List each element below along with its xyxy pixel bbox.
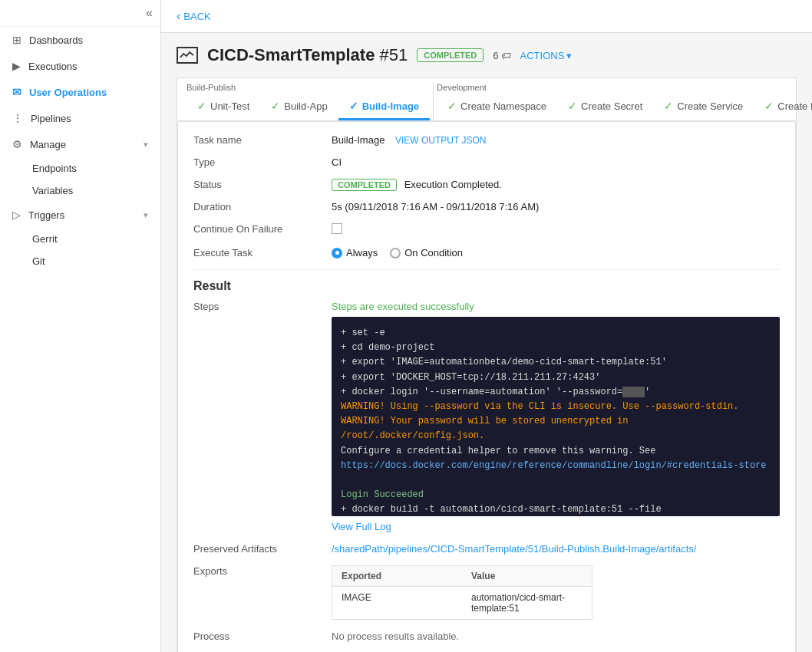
radio-on-condition[interactable]: On Condition [390,247,463,258]
create-secret-check-icon: ✓ [568,100,577,112]
group2-tabs: ✓ Create Namespace ✓ Create Secret ✓ Cre… [437,94,812,120]
sidebar-item-executions-label: Executions [28,61,78,72]
sidebar-group-triggers: ▷ Triggers ▾ Gerrit Git [0,202,160,272]
radio-always[interactable]: Always [332,247,378,258]
collapse-icon[interactable]: « [146,6,153,20]
manage-label: Manage [30,139,66,150]
tab-create-secret[interactable]: ✓ Create Secret [557,94,653,120]
actions-button[interactable]: ACTIONS ▾ [520,50,573,61]
terminal-line-4: + docker login '--username=automation' '… [341,385,771,400]
triggers-label: Triggers [28,209,64,221]
pipeline-section: Build-Publish ✓ Unit-Test ✓ Build-App ✓ [177,77,797,652]
title-number: #51 [375,45,408,64]
sidebar-group-manage: ⚙ Manage ▾ Endpoints Variables [0,131,160,202]
completed-badge: COMPLETED [332,179,397,191]
radio-always-label: Always [346,247,378,258]
execute-task-value: Always On Condition [332,247,780,258]
sidebar-collapse[interactable]: « [0,0,160,27]
sidebar-sub-variables[interactable]: Variables [0,179,160,202]
tab-create-namespace-label: Create Namespace [460,100,546,112]
type-row: Type CI [193,156,780,168]
process-label: Process [193,631,332,642]
back-button[interactable]: BACK [177,9,797,23]
chart-icon [180,50,195,61]
terminal-line-7: Configure a credential helper to remove … [341,444,771,459]
tab-build-image[interactable]: ✓ Build-Image [338,94,430,120]
create-namespace-check-icon: ✓ [447,100,457,112]
sidebar-item-pipelines[interactable]: ⋮ Pipelines [0,105,160,131]
terminal-line-9 [341,473,771,488]
tab-build-app[interactable]: ✓ Build-App [260,94,338,120]
sidebar-item-dashboards-label: Dashboards [29,35,83,46]
status-row: Status COMPLETED Execution Completed. [193,179,780,190]
process-value: No process results available. [332,631,459,642]
sidebar: « ⊞ Dashboards ▶ Executions ✉ User Opera… [0,0,161,652]
exports-label: Exports [193,565,332,577]
sidebar-item-user-operations-label: User Operations [29,87,107,98]
terminal-line-8: https://docs.docker.com/engine/reference… [341,459,771,473]
view-json-link[interactable]: VIEW OUTPUT JSON [395,135,486,146]
tab-create-service[interactable]: ✓ Create Service [653,94,754,120]
gerrit-label: Gerrit [32,233,58,245]
dashboards-icon: ⊞ [12,34,21,46]
create-deployment-check-icon: ✓ [764,100,774,112]
steps-value: Steps are executed successfully + set -e… [332,301,780,532]
title-row: CICD-SmartTemplate #51 COMPLETED 6 🏷 ACT… [177,45,797,65]
terminal-line-3: + export 'DOCKER_HOST=tcp://18.211.211.2… [341,370,771,385]
pipeline-group1: Build-Publish ✓ Unit-Test ✓ Build-App ✓ [186,78,430,120]
sidebar-sub-endpoints[interactable]: Endpoints [0,157,160,179]
sidebar-sub-gerrit[interactable]: Gerrit [0,228,160,250]
tag-icon: 🏷 [501,50,511,61]
manage-icon: ⚙ [12,138,22,150]
unit-test-check-icon: ✓ [197,100,206,112]
steps-success-text: Steps are executed successfully [332,301,780,312]
result-title: Result [193,279,780,293]
continue-on-failure-row: Continue On Failure [193,223,780,236]
exports-col2: Value [462,566,592,586]
divider [193,269,780,270]
back-nav: BACK [161,0,812,33]
triggers-icon: ▷ [12,209,21,221]
sidebar-item-executions[interactable]: ▶ Executions [0,53,160,79]
manage-header[interactable]: ⚙ Manage ▾ [0,131,160,157]
tab-unit-test[interactable]: ✓ Unit-Test [186,94,260,120]
git-label: Git [32,255,45,267]
tab-create-deployment-label: Create Deployment [777,100,812,112]
tab-unit-test-label: Unit-Test [210,100,249,112]
continue-on-failure-checkbox[interactable] [332,223,342,234]
task-name-text: Build-Image [332,134,385,146]
content-area: CICD-SmartTemplate #51 COMPLETED 6 🏷 ACT… [161,33,812,652]
group1-label: Build-Publish [186,78,430,94]
pipeline-group2: Development ✓ Create Namespace ✓ Create … [437,78,812,120]
exports-table-header: Exported Value [332,566,592,587]
tab-create-deployment[interactable]: ✓ Create Deployment [754,94,812,120]
terminal-line-5: WARNING! Using --password via the CLI is… [341,400,771,414]
task-name-row: Task name Build-Image VIEW OUTPUT JSON [193,134,780,146]
sidebar-sub-git[interactable]: Git [0,250,160,272]
task-name-label: Task name [193,134,332,146]
variables-label: Variables [32,185,73,196]
artifacts-label: Preserved Artifacts [193,543,332,555]
radio-on-condition-empty [390,248,401,258]
actions-chevron: ▾ [566,50,572,61]
duration-value: 5s (09/11/2018 7:16 AM - 09/11/2018 7:16… [332,201,780,212]
sidebar-item-pipelines-label: Pipelines [31,113,71,124]
tab-build-app-label: Build-App [284,100,327,112]
steps-row: Steps Steps are executed successfully + … [193,301,780,532]
tab-create-namespace[interactable]: ✓ Create Namespace [437,94,557,120]
triggers-header[interactable]: ▷ Triggers ▾ [0,202,160,228]
task-name-value: Build-Image VIEW OUTPUT JSON [332,134,780,146]
process-row: Process No process results available. [193,631,780,642]
build-app-check-icon: ✓ [271,100,280,112]
artifacts-path[interactable]: /sharedPath/pipelines/CICD-SmartTemplate… [332,543,696,555]
tab-build-image-label: Build-Image [362,100,419,112]
terminal-line-10: Login Succeeded [341,488,771,502]
build-image-check-icon: ✓ [349,100,358,112]
triggers-chevron: ▾ [144,210,148,220]
result-section: Result Steps Steps are executed successf… [193,279,780,652]
view-full-log-link[interactable]: View Full Log [332,521,780,532]
sidebar-item-user-operations[interactable]: ✉ User Operations [0,79,160,105]
tab-create-secret-label: Create Secret [581,100,642,112]
sidebar-item-dashboards[interactable]: ⊞ Dashboards [0,27,160,53]
terminal-line-0: + set -e [341,326,771,341]
